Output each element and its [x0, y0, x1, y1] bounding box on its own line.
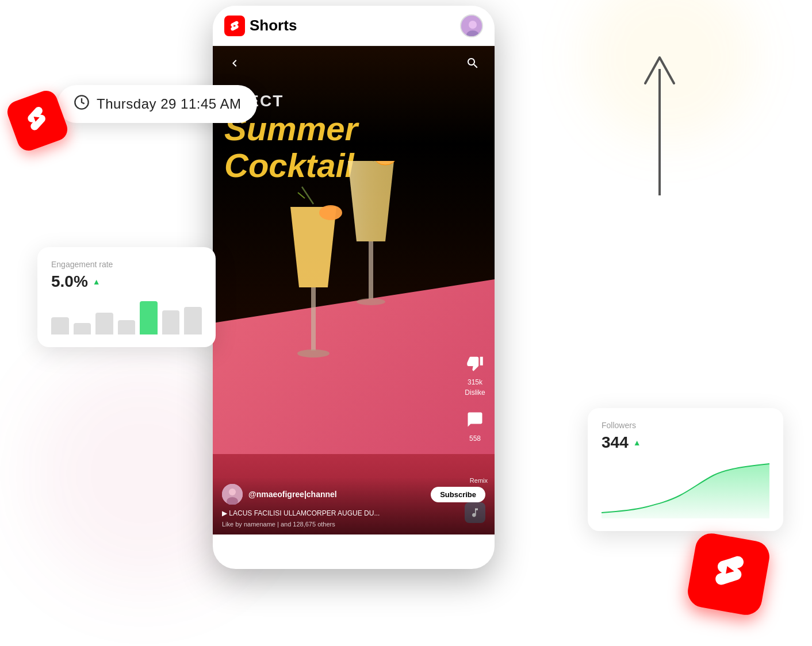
bar-7 — [184, 307, 202, 334]
shorts-app-icon — [224, 16, 245, 36]
time-pill: Thursday 29 11:45 AM — [58, 85, 257, 123]
clock-icon — [74, 94, 90, 114]
dislike-label: Dislike — [465, 389, 485, 397]
bar-6 — [162, 310, 180, 334]
followers-trend: ▲ — [633, 438, 641, 447]
svg-point-17 — [319, 205, 342, 220]
cocktail-image — [230, 161, 454, 460]
engagement-trend: ▲ — [93, 277, 101, 286]
back-button[interactable] — [224, 53, 245, 74]
followers-card: Followers 344 ▲ — [588, 408, 783, 531]
video-nav — [213, 46, 495, 80]
phone-topbar: Shorts — [213, 6, 495, 46]
dislike-action[interactable]: 315k Dislike — [462, 351, 488, 397]
comment-icon — [462, 407, 488, 432]
engagement-value: 5.0% — [51, 272, 88, 291]
video-likes: Like by namename | and 128,675 others — [222, 521, 485, 528]
bar-3 — [95, 313, 113, 334]
svg-point-14 — [297, 349, 330, 357]
channel-avatar — [222, 484, 243, 505]
datetime-display: Thursday 29 11:45 AM — [97, 96, 241, 112]
svg-rect-13 — [311, 287, 316, 351]
engagement-bar-chart — [51, 300, 202, 334]
phone-frame: Shorts — [213, 6, 495, 569]
channel-name: @nmaeofigree|channel — [248, 490, 425, 499]
video-caption: ▶ LACUS FACILISI ULLAMCORPER AUGUE DU... — [222, 509, 485, 517]
video-text-line1: RFECT — [224, 92, 449, 110]
video-bottom-info: @nmaeofigree|channel Subscribe ▶ LACUS F… — [213, 477, 495, 535]
svg-rect-6 — [369, 241, 373, 299]
video-area: RFECT SummerCocktail — [213, 46, 495, 535]
bar-1 — [51, 317, 69, 334]
subscribe-button[interactable]: Subscribe — [431, 487, 485, 502]
comment-action[interactable]: 558 — [462, 407, 488, 443]
svg-point-7 — [357, 298, 385, 305]
comment-count: 558 — [469, 434, 481, 443]
engagement-card: Engagement rate 5.0% ▲ — [37, 247, 216, 347]
bar-4 — [118, 320, 136, 334]
followers-value-row: 344 ▲ — [602, 433, 769, 452]
svg-marker-5 — [348, 161, 394, 241]
yt-shorts-icon-large — [706, 549, 751, 599]
followers-value: 344 — [602, 433, 629, 452]
engagement-label: Engagement rate — [51, 260, 202, 269]
bar-5 — [140, 301, 158, 334]
app-title: Shorts — [250, 17, 297, 34]
followers-area-chart — [602, 461, 769, 518]
arrow-up-decoration — [639, 46, 680, 209]
dislike-count: 315k — [468, 378, 482, 386]
svg-point-2 — [469, 21, 477, 29]
svg-point-19 — [229, 489, 236, 495]
followers-label: Followers — [602, 421, 769, 430]
yt-logo-float-bottomright — [685, 531, 772, 618]
app-logo-area: Shorts — [224, 16, 297, 36]
svg-line-16 — [298, 193, 305, 198]
bar-2 — [74, 323, 91, 334]
yt-shorts-icon-small — [20, 102, 54, 140]
svg-line-15 — [302, 187, 313, 204]
user-avatar[interactable] — [460, 14, 483, 37]
channel-row: @nmaeofigree|channel Subscribe — [222, 484, 485, 505]
engagement-value-row: 5.0% ▲ — [51, 272, 202, 291]
search-button[interactable] — [462, 53, 483, 74]
side-actions: 315k Dislike 558 — [462, 351, 488, 443]
dislike-icon — [462, 351, 488, 376]
